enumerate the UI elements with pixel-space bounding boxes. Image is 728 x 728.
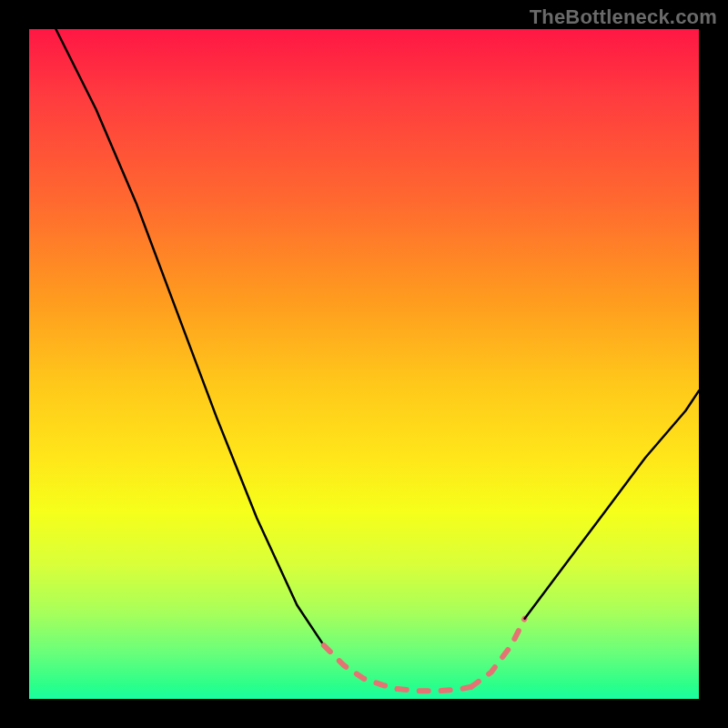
- watermark-text: TheBottleneck.com: [530, 5, 717, 29]
- chart-frame: TheBottleneck.com: [0, 0, 728, 728]
- series-valley-dotted-salmon: [398, 687, 471, 691]
- curve-layer: [29, 29, 699, 699]
- series-right-curve-dotted-salmon: [471, 619, 525, 687]
- series-right-curve-black: [525, 390, 699, 618]
- series-left-curve-dotted-salmon: [324, 645, 398, 689]
- series-left-curve-black: [56, 29, 323, 645]
